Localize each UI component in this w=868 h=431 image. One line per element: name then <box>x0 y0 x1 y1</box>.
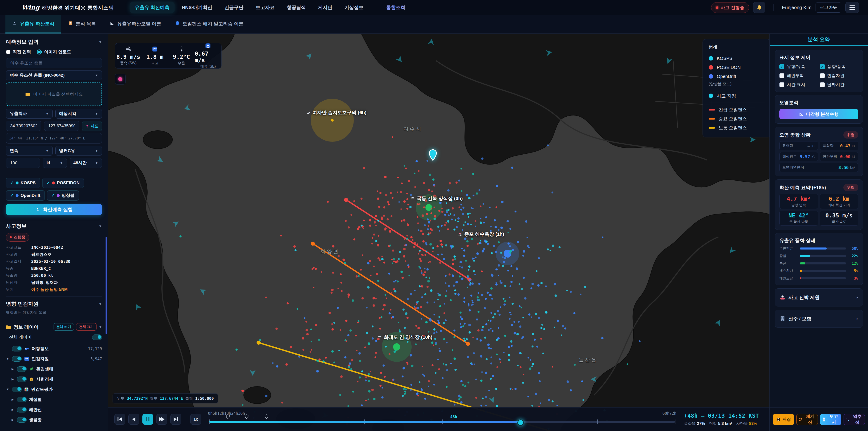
expander-icon[interactable]: ▶ <box>11 367 14 371</box>
timeline-knob[interactable] <box>518 420 524 426</box>
skip-end-button[interactable] <box>170 414 181 425</box>
section-incident-info[interactable]: 사고정보 ▼ <box>6 223 102 229</box>
timeline-track[interactable] <box>209 421 675 423</box>
model-chip-앙상블[interactable]: ✓앙상블 <box>47 190 79 201</box>
nav-item-3[interactable]: 긴급구난 <box>219 2 248 13</box>
topbar-right: 사고 진행중 Eunjeong Kim 로그아웃 <box>711 2 868 13</box>
radio-direct-input[interactable]: 직접 입력 <box>6 49 31 55</box>
incident-location-pin[interactable] <box>429 149 437 162</box>
layers-all-off-button[interactable]: 전체 끄기 <box>76 323 96 331</box>
model-chip-poseidon[interactable]: ✓POSEIDON <box>42 178 84 188</box>
display-check-유향/유속[interactable]: ✓유향/유속 <box>779 64 818 70</box>
speed-button[interactable]: 1x <box>190 414 201 425</box>
model-chip-opendrift[interactable]: ✓OpenDrift <box>6 190 45 201</box>
timeline[interactable]: 0h6h12h18h24h36h48h60h72h <box>208 407 679 431</box>
pause-button[interactable] <box>143 414 153 425</box>
layers-all-on-button[interactable]: 전체 켜기 <box>54 323 74 331</box>
radio-image-upload[interactable]: 이미지 업로드 <box>37 49 71 55</box>
nav-item-7[interactable]: 기상정보 <box>340 2 368 13</box>
owner-insurance-card[interactable]: 선주 / 보험 ▸ <box>775 310 863 328</box>
incident-name-input[interactable] <box>10 60 98 66</box>
expander-icon[interactable]: ▼ <box>6 388 9 391</box>
nav-item-1[interactable]: 유출유 확산예측 <box>130 2 175 13</box>
unit-select[interactable]: kL▼ <box>43 158 67 168</box>
check-label: 민감자원 <box>827 73 844 79</box>
master-layer-toggle[interactable] <box>92 335 102 340</box>
tab-3[interactable]: 유출유확산모델 이론 <box>103 15 168 33</box>
oil-type-select[interactable]: 벙커C유▼ <box>55 146 102 156</box>
display-check-해안부착[interactable]: 해안부착 <box>779 73 818 79</box>
latitude-input[interactable] <box>10 123 37 129</box>
display-check-시간 표시[interactable]: 시간 표시 <box>779 82 818 88</box>
pick-on-map-button[interactable]: 지도 <box>82 121 102 131</box>
expander-icon[interactable]: ▶ <box>11 377 14 381</box>
tab-1[interactable]: 유출유 확산분석 <box>5 15 61 33</box>
nav-item-6[interactable]: 게시판 <box>313 2 337 13</box>
expander-icon[interactable]: ▶ <box>11 408 14 411</box>
map-marker-label[interactable]: 여자만 습지보호구역 (6h) <box>306 110 366 116</box>
layer-toggle[interactable] <box>12 346 22 351</box>
tab-2[interactable]: 분석 목록 <box>61 15 103 33</box>
expander-icon[interactable]: ▶ <box>11 398 14 401</box>
skip-start-button[interactable] <box>114 414 125 425</box>
company-select[interactable]: 유출회사▼ <box>6 109 53 119</box>
보고서-button[interactable]: 보고서 <box>820 414 841 425</box>
bar-fill <box>800 270 802 272</box>
model-chip-kosps[interactable]: ✓KOSPS <box>6 178 40 188</box>
역추적-button[interactable]: 역추적 <box>844 414 865 425</box>
time-select[interactable]: 예상시각▼ <box>55 109 102 119</box>
folder-icon <box>25 92 31 97</box>
step-back-button[interactable] <box>128 414 139 425</box>
nav-item-8[interactable]: 통합조회 <box>381 2 410 13</box>
weather-label: 수온 <box>178 61 185 65</box>
fast-forward-button[interactable] <box>156 414 167 425</box>
저장-button[interactable]: 저장 <box>773 414 794 425</box>
tab-4[interactable]: 오일펜스 배치 알고리즘 이론 <box>168 15 250 33</box>
expander-icon[interactable]: ▶ <box>11 418 14 422</box>
incident-progress-badge: 진행중 <box>6 233 29 242</box>
duration-select[interactable]: 48시간▼ <box>70 158 102 168</box>
scrollbar-thumb[interactable] <box>105 237 107 334</box>
polygon-analysis-button[interactable]: 다각형 분석수행 <box>779 109 858 119</box>
list-icon <box>68 21 73 27</box>
map-place-label: 돌산읍 <box>579 357 598 363</box>
notifications-button[interactable] <box>753 2 765 13</box>
ship-spec-card[interactable]: 사고 선박 제원 ▸ <box>775 288 863 306</box>
nav-item-4[interactable]: 보고자료 <box>251 2 280 13</box>
longitude-input[interactable] <box>48 123 76 129</box>
nav-item-5[interactable]: 항공탐색 <box>282 2 311 13</box>
layer-toggle[interactable] <box>17 407 27 412</box>
map-marker-label[interactable]: 종포 해수욕장 (1h) <box>458 231 504 237</box>
map-tool-button[interactable] <box>115 74 126 85</box>
legend-model-kosps: KOSPS <box>709 54 765 63</box>
display-check-민감자원[interactable]: 민감자원 <box>820 73 859 79</box>
spill-mode-select[interactable]: 연속▼ <box>6 146 53 156</box>
section-sensitive-resources[interactable]: 영향 민감자원 ▼ <box>6 300 102 307</box>
logout-button[interactable]: 로그아웃 <box>815 2 841 13</box>
map-canvas[interactable]: 8.9 m/s풍속 (SW)1.8 m파고9.2°C수온0.67 m/s해류 (… <box>108 33 770 431</box>
display-check-풍향/풍속[interactable]: ✓풍향/풍속 <box>820 64 859 70</box>
action-button-row: 저장재계산보고서역추적 <box>770 407 868 431</box>
incident-select[interactable]: 여수 유조선 충돌 (INC-0042) ▼ <box>6 70 102 80</box>
layer-toggle[interactable] <box>17 376 27 382</box>
section-prediction-input[interactable]: 예측정보 입력 ▼ <box>6 38 102 45</box>
display-check-날짜시간[interactable]: 날짜시간 <box>820 82 859 88</box>
layer-toggle[interactable] <box>12 387 22 392</box>
map-marker-label[interactable]: 국동 전복 양식장 (3h) <box>410 195 463 202</box>
재계산-button[interactable]: 재계산 <box>796 414 817 425</box>
map-marker-label[interactable]: 화태도 김 양식장 (10h) <box>377 334 432 340</box>
layer-toggle[interactable] <box>17 366 27 372</box>
layer-toggle[interactable] <box>17 397 27 402</box>
card-title: 선주 / 보험 <box>788 315 811 322</box>
layer-tree: 어장정보17,129▼민감자원3,947▶환경생태▶$사회경제▼민감도평가▶계절… <box>6 343 102 425</box>
scale-label: 축척 <box>185 396 193 401</box>
layer-toggle[interactable] <box>17 417 27 423</box>
expander-icon[interactable]: ▼ <box>6 357 9 361</box>
menu-button[interactable] <box>845 2 859 13</box>
amount-input[interactable] <box>10 160 36 166</box>
layer-toggle[interactable] <box>12 356 22 362</box>
run-prediction-button[interactable]: 확산예측 실행 <box>6 204 102 215</box>
image-upload-dropzone[interactable]: 이미지 파일을 선택하세요 <box>6 83 102 106</box>
nav-item-2[interactable]: HNS·대기확산 <box>177 2 217 13</box>
model-color-dot <box>16 182 19 184</box>
